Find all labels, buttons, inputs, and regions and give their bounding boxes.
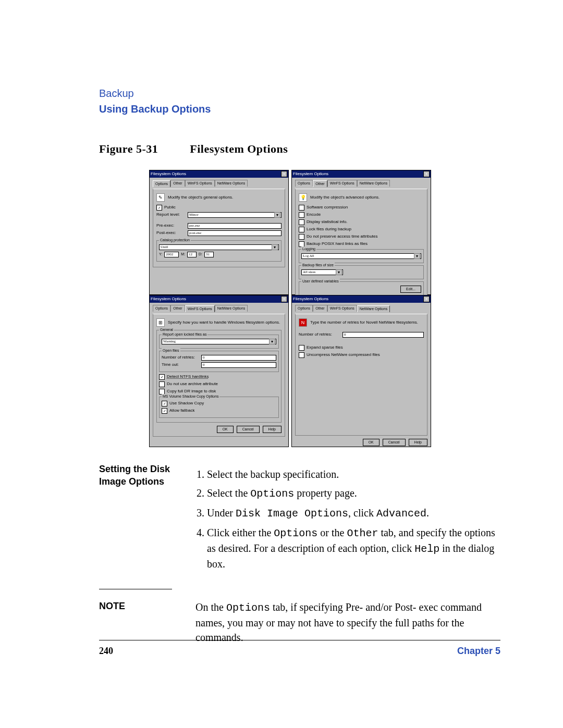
tab-options[interactable]: Options [153, 180, 170, 187]
checkbox[interactable] [299, 352, 304, 358]
header-subsection: Using Backup Options [99, 102, 500, 116]
cancel-button[interactable]: Cancel [237, 426, 260, 433]
page-footer: 240 Chapter 5 [99, 640, 500, 658]
checkbox-public[interactable]: ✓ [156, 205, 162, 211]
bulb-icon: 💡 [299, 193, 307, 202]
edit-button[interactable]: Edit... [400, 286, 421, 293]
tab-winfs[interactable]: WinFS Options [185, 305, 215, 312]
chapter-label: Chapter 5 [457, 645, 500, 658]
tab-winfs[interactable]: WinFS Options [327, 305, 357, 312]
dialog-options: Filesystem Options× Options Other WinFS … [149, 170, 289, 295]
netware-icon: N [299, 318, 307, 327]
page-header: Backup Using Backup Options [99, 86, 500, 116]
tab-netware[interactable]: NetWare Options [215, 180, 248, 187]
retries-input[interactable]: 0 [201, 355, 276, 361]
logging-select[interactable]: Log All [301, 253, 421, 259]
figure-title: Filesystem Options [190, 142, 288, 155]
checkbox[interactable] [299, 219, 304, 225]
checkbox[interactable] [299, 227, 304, 232]
close-icon[interactable]: × [281, 296, 287, 302]
tab-other[interactable]: Other [170, 180, 185, 187]
help-button[interactable]: Help [409, 439, 427, 446]
ok-button[interactable]: OK [217, 426, 234, 433]
dialog-title: Filesystem Options [151, 171, 186, 177]
figure-caption: Figure 5-31 Filesystem Options [99, 141, 500, 157]
dialog-netware: Filesystem Options× Options Other WinFS … [291, 295, 431, 447]
dialog-other: Filesystem Options× Options Other WinFS … [291, 170, 431, 295]
close-icon[interactable]: × [423, 296, 430, 302]
locked-files-select[interactable]: Warning [162, 339, 276, 344]
checkbox[interactable] [299, 205, 304, 211]
post-exec-input[interactable]: post.exe [188, 230, 282, 236]
step-2: Select the Options property page. [207, 486, 500, 501]
note-text: On the Options tab, if specifying Pre- a… [195, 600, 500, 645]
close-icon[interactable]: × [281, 171, 287, 177]
checkbox[interactable]: ✓ [162, 408, 167, 414]
checkbox[interactable] [299, 212, 304, 218]
dialog-title: Filesystem Options [293, 297, 328, 302]
hint-text: Specify how you want to handle Windows f… [168, 320, 280, 325]
figure-label: Figure 5-31 [99, 142, 158, 155]
tab-other[interactable]: Other [170, 305, 185, 312]
checkbox[interactable] [299, 234, 304, 240]
day-input[interactable]: 31 [204, 252, 214, 257]
close-icon[interactable]: × [423, 171, 430, 177]
info-icon: ✎ [156, 193, 165, 202]
catalog-until-select[interactable]: Until [159, 244, 279, 250]
win-icon: ⊞ [156, 318, 165, 327]
note: NOTE On the Options tab, if specifying P… [99, 600, 500, 645]
month-input[interactable]: 12 [187, 252, 197, 257]
tab-netware[interactable]: NetWare Options [215, 305, 248, 312]
tab-netware[interactable]: NetWare Options [357, 305, 390, 312]
tab-options[interactable]: Options [153, 305, 170, 312]
dialog-title: Filesystem Options [151, 297, 186, 302]
setting-disk-image: Setting the Disk Image Options Select th… [99, 463, 500, 575]
header-section: Backup [99, 86, 500, 101]
step-4: Click either the Options or the Other ta… [207, 525, 500, 571]
tab-other[interactable]: Other [313, 180, 327, 187]
checkbox[interactable]: ✓ [162, 401, 167, 406]
hint-text: Type the number of retries for Novell Ne… [310, 320, 418, 325]
size-select[interactable]: All sizes [301, 269, 343, 275]
side-heading: Setting the Disk Image Options [99, 463, 186, 488]
tab-winfs[interactable]: WinFS Options [327, 180, 357, 187]
checkbox[interactable]: ✓ [159, 374, 165, 380]
tab-other[interactable]: Other [313, 305, 327, 312]
tab-options[interactable]: Options [295, 305, 313, 312]
tab-netware[interactable]: NetWare Options [357, 180, 390, 187]
page-number: 240 [99, 645, 113, 658]
tab-options[interactable]: Options [295, 180, 313, 187]
help-button[interactable]: Help [263, 426, 282, 433]
year-input[interactable]: 2002 [164, 252, 179, 257]
ok-button[interactable]: OK [363, 439, 380, 446]
steps-list: Select the backup specification. Select … [195, 467, 500, 571]
dialog-winfs: Filesystem Options× Options Other WinFS … [149, 295, 289, 447]
note-rule [99, 589, 172, 589]
note-label: NOTE [99, 600, 186, 613]
timeout-input[interactable]: 0 [201, 362, 276, 368]
checkbox[interactable] [299, 345, 304, 351]
pre-exec-input[interactable]: pre.exe [188, 223, 282, 229]
tab-winfs[interactable]: WinFS Options [185, 180, 215, 187]
dialog-title: Filesystem Options [293, 171, 328, 177]
report-level-select[interactable]: Minor [188, 212, 282, 218]
hint-text: Modify the object's advanced options. [310, 195, 380, 200]
nw-retries-input[interactable]: 0 [342, 332, 424, 338]
step-3: Under Disk Image Options, click Advanced… [207, 505, 500, 521]
checkbox[interactable] [159, 381, 165, 387]
cancel-button[interactable]: Cancel [383, 439, 406, 446]
step-1: Select the backup specification. [207, 467, 500, 482]
hint-text: Modify the object's general options. [168, 195, 233, 200]
